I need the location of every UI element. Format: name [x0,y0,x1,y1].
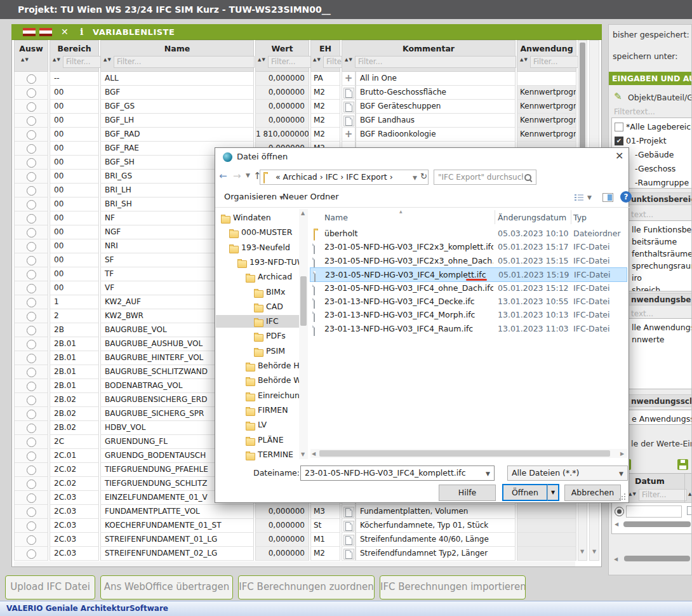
funk-item-6[interactable]: sbreich [632,284,692,291]
sort-arrows-icon[interactable]: ▲▼ [103,57,112,62]
row-radio[interactable] [27,74,36,84]
anw-item-1[interactable]: lle Anwendungsb [632,321,692,333]
document-icon[interactable] [343,549,354,559]
scroll-down-icon[interactable]: ▼ [592,549,596,555]
row-radio[interactable] [27,298,36,307]
bereich-cell[interactable]: 1 [50,295,99,309]
tree-item-193-neufeld[interactable]: 193-Neufeld [216,241,299,254]
bereich-cell[interactable]: 2B.02 [50,407,99,421]
row-select-radio-cell[interactable] [14,533,48,547]
row-select-radio-cell[interactable] [14,100,48,114]
new-folder-button[interactable]: Neuer Ordner [283,189,339,205]
document-icon[interactable] [343,521,354,532]
wert-cell[interactable]: 0,000000 [255,72,309,86]
bereich-cell[interactable]: 2C.03 [50,491,99,505]
open-button[interactable]: Öffnen [502,484,548,501]
name-cell[interactable]: STREIFENFUNDAMENT_01_LG [100,533,254,547]
row-select-radio-cell[interactable] [14,267,48,281]
tree-item-einreichung-[interactable]: Einreichung . [216,389,299,402]
funk-item-5[interactable]: iro [632,272,692,284]
cancel-button[interactable]: Abbrechen [564,485,621,501]
row-select-radio-cell[interactable] [14,86,48,100]
row-select-radio-cell[interactable] [14,379,48,393]
name-cell[interactable]: ALL [100,72,254,86]
bereich-cell[interactable]: 00 [50,211,99,225]
info-icon[interactable]: i [80,24,83,40]
row-select-radio-cell[interactable] [14,142,48,156]
row-select-radio-cell[interactable] [14,351,48,365]
bereich-filter-input[interactable]: Filter... [63,56,101,68]
row-radio[interactable] [27,549,36,559]
wert-cell[interactable]: 0,000000 [255,114,309,128]
column-header-anwendung[interactable]: Anwendung ▲▼ Filter... [517,40,576,72]
row-select-radio-cell[interactable] [14,365,48,379]
bereich-cell[interactable]: 2B.01 [50,337,99,351]
row-radio[interactable] [27,424,36,433]
row-select-radio-cell[interactable] [14,477,48,491]
name-cell[interactable]: BGF_RAD [100,128,254,142]
wert-cell[interactable]: 0,000000 [255,533,309,547]
funktions-filter-input[interactable]: text... [631,210,653,219]
name-cell[interactable]: BGF_GS [100,100,254,114]
row-radio[interactable] [27,354,36,363]
wert-cell[interactable]: 0,000000 [255,86,309,100]
checkbox-icon[interactable] [615,123,623,131]
row-radio[interactable] [27,284,36,293]
eh-cell[interactable]: M2 [310,128,340,142]
row-select-radio-cell[interactable] [14,72,48,86]
row-radio[interactable] [27,521,36,531]
plus-icon[interactable]: + [345,72,353,84]
dialog-close-icon[interactable]: ✕ [615,150,623,162]
row-radio[interactable] [27,256,36,265]
bereich-cell[interactable]: 00 [50,267,99,281]
row-select-radio-cell[interactable] [14,309,48,323]
bereich-cell[interactable]: -- [50,72,99,86]
row-radio[interactable] [27,88,36,98]
kommentar-cell[interactable]: All in One [356,72,516,86]
bereich-cell[interactable]: 2B.01 [50,351,99,365]
wert-cell[interactable]: 0,000000 [255,100,309,114]
name-cell[interactable]: BGF_LH [100,114,254,128]
column-header-eh[interactable]: EH ▲▼ Filter... [310,40,340,72]
files-column-date[interactable]: Änderungsdatum [498,213,566,222]
file-row-6[interactable]: 23-01-13-NFD-HG-V03_IFC4_Decke.ifc13.01.… [310,295,626,308]
row-radio[interactable] [27,479,36,489]
tree-item-cad[interactable]: CAD [216,300,299,313]
organize-menu[interactable]: Organisieren ▼ [224,189,283,206]
bereich-cell[interactable]: 2B.02 [50,393,99,407]
bereich-cell[interactable]: 00 [50,100,99,114]
file-row-8[interactable]: 23-01-13-NFD-HG-V03_IFC4_Raum.ifc13.01.2… [310,322,626,335]
bereich-cell[interactable]: 00 [50,156,99,170]
files-column-type[interactable]: Typ [573,213,587,222]
column-header-wert[interactable]: Wert ▲▼ Filter... [255,40,309,72]
row-select-radio-cell[interactable] [14,253,48,267]
tree-scrollbar[interactable]: ▲ ▼ [299,209,308,459]
file-row-3[interactable]: 23-01-05-NFD-HG-V03_IFC2x3_ohne_Dach.ifc… [310,254,626,267]
row-select-radio-cell[interactable] [14,393,48,407]
row-select-radio-cell[interactable] [14,211,48,225]
file-row-7[interactable]: 23-01-13-NFD-HG-V03_IFC4_Morph.ifc13.01.… [310,308,626,321]
bereich-cell[interactable]: 2C.03 [50,533,99,547]
bereich-cell[interactable]: 00 [50,114,99,128]
name-filter-input[interactable]: Filter... [114,56,255,68]
lage-item-2[interactable]: ✔01-Projekt [612,135,692,147]
row-select-radio-cell[interactable] [14,449,48,463]
open-split-dropdown-icon[interactable]: ▼ [547,484,559,501]
row-radio[interactable] [27,396,36,405]
search-icon[interactable] [524,174,531,181]
bereich-cell[interactable]: 00 [50,225,99,239]
tree-item-psim[interactable]: PSIM [216,345,299,358]
preview-pane-icon[interactable] [602,193,613,202]
row-radio[interactable] [27,158,36,168]
bereich-cell[interactable]: 2B.01 [50,379,99,393]
bereich-cell[interactable]: 2C [50,435,99,449]
save-as-icon[interactable] [677,459,688,470]
eh-cell[interactable]: PA [310,72,340,86]
bereich-cell[interactable]: 2C.02 [50,463,99,477]
anwendung-cell[interactable]: Kennwertprogn [517,86,576,100]
row-select-radio-cell[interactable] [14,198,48,211]
scroll-up-icon[interactable]: ▲ [301,210,305,217]
sort-arrows-icon[interactable]: ▲▼ [258,57,266,62]
row-radio[interactable] [27,535,36,545]
bereich-cell[interactable]: 2C.01 [50,449,99,463]
